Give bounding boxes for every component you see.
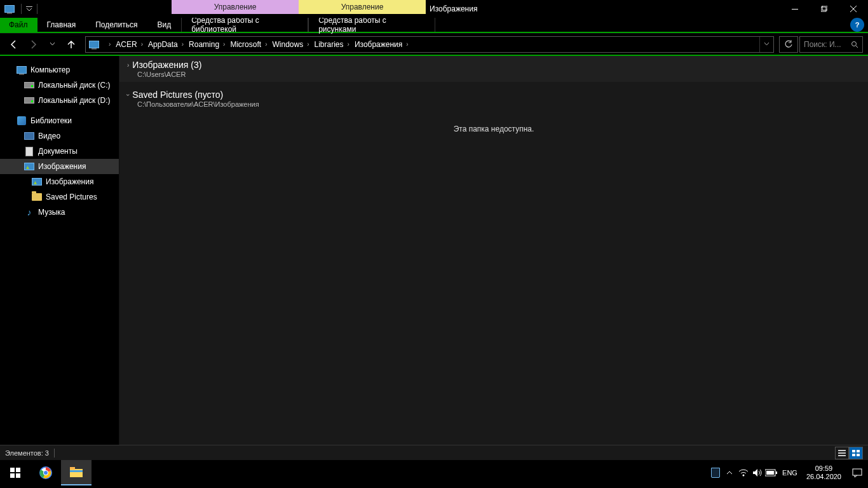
breadcrumb-segment[interactable]: Roaming› xyxy=(185,37,226,52)
address-location-icon xyxy=(87,37,101,51)
tree-label: Видео xyxy=(38,132,60,140)
start-button[interactable] xyxy=(0,460,31,485)
tab-home[interactable]: Главная xyxy=(37,18,86,32)
video-icon xyxy=(24,131,34,141)
tree-node-computer[interactable]: Компьютер xyxy=(0,62,119,78)
chevron-right-icon: › xyxy=(223,41,225,48)
context-label-pictures: Управление xyxy=(299,0,426,14)
nav-forward-button[interactable] xyxy=(24,36,42,53)
tray-action-center-icon[interactable] xyxy=(846,460,868,485)
folder-icon xyxy=(32,192,42,202)
help-button[interactable]: ? xyxy=(850,18,864,32)
group-header[interactable]: ›Изображения (3) C:\Users\ACER xyxy=(119,56,868,82)
tree-label: Изображения xyxy=(38,162,86,171)
folder-unavailable-text: Эта папка недоступна. xyxy=(454,125,534,133)
svg-point-4 xyxy=(852,41,857,46)
chevron-down-icon: › xyxy=(125,93,132,95)
tree-node-drive-c[interactable]: Локальный диск (C:) xyxy=(0,78,119,93)
drive-icon xyxy=(24,95,34,105)
nav-up-button[interactable] xyxy=(62,36,80,53)
tree-node-pictures-sub[interactable]: Изображения xyxy=(0,174,119,189)
tab-share[interactable]: Поделиться xyxy=(86,18,147,32)
tray-volume-icon[interactable] xyxy=(750,460,764,485)
breadcrumb-segment[interactable]: Microsoft› xyxy=(226,37,268,52)
breadcrumb-label: ACER xyxy=(116,40,137,49)
content-pane: ›Изображения (3) C:\Users\ACER ›Saved Pi… xyxy=(119,56,868,445)
tree-node-saved-pictures[interactable]: Saved Pictures xyxy=(0,189,119,205)
maximize-button[interactable] xyxy=(810,0,839,18)
main-area: Компьютер Локальный диск (C:) Локальный … xyxy=(0,56,868,445)
refresh-button[interactable] xyxy=(779,36,798,53)
tree-label: Компьютер xyxy=(31,65,70,74)
group-body-empty: Эта папка недоступна. xyxy=(119,112,868,146)
tree-node-pictures[interactable]: Изображения xyxy=(0,159,119,174)
tray-recycle-icon[interactable] xyxy=(709,460,722,485)
breadcrumb-label: Libraries xyxy=(315,40,344,49)
group-saved-pictures: ›Saved Pictures (пусто) C:\Пользователи\… xyxy=(119,86,868,146)
window-title: Изображения xyxy=(430,0,477,18)
tree-node-music[interactable]: ♪Музыка xyxy=(0,205,119,220)
tree-label: Документы xyxy=(38,147,78,156)
nav-recent-dropdown[interactable] xyxy=(43,36,61,53)
tray-language[interactable]: ENG xyxy=(778,469,801,477)
svg-rect-2 xyxy=(821,7,826,11)
group-header[interactable]: ›Saved Pictures (пусто) C:\Пользователи\… xyxy=(119,86,868,112)
ribbon-tabs: Файл Главная Поделиться Вид Средства раб… xyxy=(0,18,868,33)
status-item-count: Элементов: 3 xyxy=(5,449,49,457)
titlebar-left xyxy=(0,0,39,18)
navigation-pane: Компьютер Локальный диск (C:) Локальный … xyxy=(0,56,119,445)
tray-date: 26.04.2020 xyxy=(806,473,841,481)
navigation-bar: › ACER› AppData› Roaming› Microsoft› Win… xyxy=(0,33,868,56)
svg-rect-10 xyxy=(852,454,855,456)
svg-point-23 xyxy=(743,475,745,477)
group-title: Изображения (3) xyxy=(132,60,201,70)
search-placeholder: Поиск: И... xyxy=(804,40,841,49)
tree-node-libraries[interactable]: Библиотеки xyxy=(0,113,119,128)
search-box[interactable]: Поиск: И... xyxy=(799,36,863,53)
breadcrumb-segment[interactable]: AppData› xyxy=(144,37,185,52)
tray-battery-icon[interactable] xyxy=(764,460,778,485)
tray-overflow-button[interactable] xyxy=(722,460,736,485)
svg-rect-0 xyxy=(26,6,32,7)
breadcrumb-segment[interactable]: Изображения› xyxy=(351,37,410,52)
view-details-button[interactable] xyxy=(835,447,849,459)
chevron-right-icon: › xyxy=(109,41,111,48)
tree-label: Saved Pictures xyxy=(46,193,97,201)
view-thumbnails-button[interactable] xyxy=(849,447,863,459)
tab-file[interactable]: Файл xyxy=(0,18,37,32)
svg-rect-11 xyxy=(857,454,860,456)
breadcrumb-segment[interactable]: › xyxy=(101,37,112,52)
tray-wifi-icon[interactable] xyxy=(736,460,750,485)
tree-node-documents[interactable]: Документы xyxy=(0,144,119,159)
statusbar-separator xyxy=(54,449,55,458)
breadcrumb-segment[interactable]: ACER› xyxy=(112,37,144,52)
pictures-icon xyxy=(24,161,34,172)
chevron-right-icon: › xyxy=(127,62,129,69)
breadcrumb-segment[interactable]: Libraries› xyxy=(311,37,351,52)
tree-node-drive-d[interactable]: Локальный диск (D:) xyxy=(0,93,119,108)
qat-customize-icon[interactable] xyxy=(24,0,35,18)
tab-library-tools[interactable]: Средства работы с библиотекой xyxy=(181,18,308,32)
taskbar-chrome-button[interactable] xyxy=(31,460,61,485)
computer-icon xyxy=(17,65,27,75)
chevron-right-icon: › xyxy=(307,41,309,48)
tab-view[interactable]: Вид xyxy=(147,18,181,32)
taskbar-explorer-button[interactable] xyxy=(61,460,92,485)
minimize-button[interactable] xyxy=(780,0,810,18)
chevron-right-icon: › xyxy=(406,41,408,48)
address-bar[interactable]: › ACER› AppData› Roaming› Microsoft› Win… xyxy=(85,36,774,53)
chevron-right-icon: › xyxy=(265,41,267,48)
tree-label: Библиотеки xyxy=(31,116,72,125)
svg-rect-27 xyxy=(853,469,862,475)
svg-rect-20 xyxy=(70,469,83,477)
nav-back-button[interactable] xyxy=(5,36,23,53)
tab-picture-tools[interactable]: Средства работы с рисунками xyxy=(308,18,435,32)
svg-rect-8 xyxy=(852,450,855,452)
tray-clock[interactable]: 09:59 26.04.2020 xyxy=(801,464,846,481)
tray-time: 09:59 xyxy=(806,464,841,473)
close-button[interactable] xyxy=(839,0,868,18)
breadcrumb-segment[interactable]: Windows› xyxy=(268,37,310,52)
tree-node-video[interactable]: Видео xyxy=(0,128,119,144)
address-dropdown-button[interactable] xyxy=(759,37,773,52)
taskbar: ENG 09:59 26.04.2020 xyxy=(0,460,868,485)
